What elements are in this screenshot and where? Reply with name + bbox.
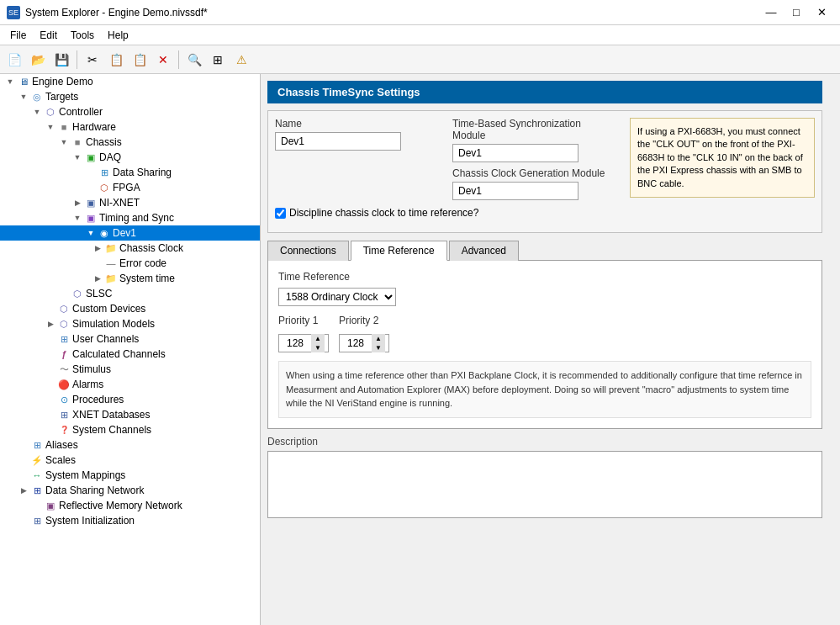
window-controls: — □ ✕ (759, 3, 833, 22)
icon-targets: ◎ (30, 90, 44, 103)
icon-timing-sync: ▣ (84, 211, 98, 225)
tree-node-targets[interactable]: ▼ ◎ Targets (0, 89, 260, 104)
expand-engine-demo[interactable]: ▼ (3, 75, 17, 88)
expand-ni-xnet[interactable]: ▶ (71, 196, 84, 209)
expand-sim-models[interactable]: ▶ (44, 317, 57, 331)
tree-node-system-time[interactable]: ▶ 📁 System time (0, 271, 260, 286)
tree-node-hardware[interactable]: ▼ ■ Hardware (0, 119, 260, 135)
tab-advanced[interactable]: Advanced (449, 241, 519, 261)
name-input[interactable] (275, 132, 401, 151)
right-panel: Chassis TimeSync Settings Name T (261, 74, 840, 625)
icon-data-sharing: ⊞ (98, 166, 111, 179)
tree-node-ni-xnet[interactable]: ▶ ▣ NI-XNET (0, 195, 260, 210)
tree-node-dsn[interactable]: ▶ ⊞ Data Sharing Network (0, 483, 260, 498)
top-form-area: Name Time-Based Synchronization Module C… (267, 110, 822, 233)
warning-text: When using a time reference other than P… (278, 361, 811, 418)
tree-node-sim-models[interactable]: ▶ ⬡ Simulation Models (0, 316, 260, 331)
expand-controller[interactable]: ▼ (30, 105, 44, 119)
expand-chassis-clock[interactable]: ▶ (91, 241, 104, 255)
discipline-checkbox[interactable] (275, 208, 286, 219)
tree-node-dev1[interactable]: ▼ ◉ Dev1 (0, 225, 260, 241)
chassis-clock-input[interactable] (452, 182, 578, 200)
maximize-button[interactable]: □ (785, 3, 808, 22)
tab-time-reference[interactable]: Time Reference (351, 241, 447, 261)
label-calc-channels: Calculated Channels (72, 348, 166, 360)
tree-node-slsc[interactable]: ▶ ⬡ SLSC (0, 286, 260, 301)
tree-node-error-code[interactable]: — — Error code (0, 256, 260, 271)
paste-button[interactable]: 📋 (129, 49, 151, 71)
tree-node-procedures[interactable]: ▶ ⊙ Procedures (0, 392, 260, 407)
tree-node-data-sharing[interactable]: ▶ ⊞ Data Sharing (0, 165, 260, 180)
menu-edit[interactable]: Edit (33, 28, 64, 43)
tree-node-alarms[interactable]: ▶ 🔴 Alarms (0, 377, 260, 392)
expand-timing-sync[interactable]: ▼ (71, 211, 84, 225)
description-textarea[interactable] (267, 451, 822, 518)
icon-xnet-db: ⊞ (57, 408, 71, 421)
expand-system-time[interactable]: ▶ (91, 272, 104, 285)
expand-dev1[interactable]: ▼ (84, 226, 98, 240)
priority1-input[interactable] (279, 336, 311, 351)
icon-sys-init: ⊞ (30, 514, 44, 527)
time-sync-input[interactable] (452, 144, 578, 162)
menu-help[interactable]: Help (101, 28, 135, 43)
label-engine-demo: Engine Demo (32, 76, 93, 87)
menu-file[interactable]: File (3, 28, 33, 43)
tree-node-xnet-db[interactable]: ▶ ⊞ XNET Databases (0, 407, 260, 422)
tree-node-sys-init[interactable]: ▶ ⊞ System Initialization (0, 513, 260, 528)
mid-form-col: Time-Based Synchronization Module Chassi… (452, 118, 616, 200)
priority2-spinner: ▲ ▼ (339, 334, 389, 352)
icon-stimulus: 〜 (57, 363, 71, 376)
delete-button[interactable]: ✕ (152, 49, 174, 71)
tree-node-chassis[interactable]: ▼ ■ Chassis (0, 135, 260, 150)
expand-hardware[interactable]: ▼ (44, 120, 57, 134)
tree-node-controller[interactable]: ▼ ⬡ Controller (0, 104, 260, 119)
grid-button[interactable]: ⊞ (207, 49, 229, 71)
tree-node-custom-devices[interactable]: ▶ ⬡ Custom Devices (0, 301, 260, 316)
tree-node-stimulus[interactable]: ▶ 〜 Stimulus (0, 362, 260, 377)
expand-daq[interactable]: ▼ (71, 151, 84, 164)
priority2-up[interactable]: ▲ (372, 334, 385, 343)
warn-button[interactable]: ⚠ (230, 49, 252, 71)
find-button[interactable]: 🔍 (183, 49, 205, 71)
tree-node-user-channels[interactable]: ▶ ⊞ User Channels (0, 331, 260, 347)
info-text: If using a PXI-6683H, you must connect t… (637, 126, 803, 188)
minimize-button[interactable]: — (759, 3, 783, 22)
priority2-down[interactable]: ▼ (372, 343, 385, 352)
menu-tools[interactable]: Tools (64, 28, 101, 43)
app-icon: SE (7, 6, 20, 19)
name-group: Name (275, 118, 439, 151)
tree-node-scales[interactable]: ▶ ⚡ Scales (0, 453, 260, 468)
expand-targets[interactable]: ▼ (17, 90, 30, 103)
tab-connections[interactable]: Connections (267, 241, 349, 261)
time-ref-select[interactable]: 1588 Ordinary Clock (278, 288, 396, 306)
new-button[interactable]: 📄 (3, 49, 25, 71)
expand-dsn[interactable]: ▶ (17, 484, 30, 497)
icon-aliases: ⊞ (30, 438, 44, 452)
tree-node-chassis-clock[interactable]: ▶ 📁 Chassis Clock (0, 241, 260, 256)
label-timing-sync: Timing and Sync (99, 212, 174, 224)
priority1-up[interactable]: ▲ (311, 334, 325, 343)
tree-node-daq[interactable]: ▼ ▣ DAQ (0, 150, 260, 165)
cut-button[interactable]: ✂ (82, 49, 103, 71)
tree-panel: ▼ 🖥 Engine Demo ▼ ◎ Targets ▼ ⬡ Controll… (0, 74, 261, 625)
priority1-down[interactable]: ▼ (311, 343, 325, 352)
open-button[interactable]: 📂 (27, 49, 49, 71)
save-button[interactable]: 💾 (50, 49, 72, 71)
tree-node-calc-channels[interactable]: ▶ ƒ Calculated Channels (0, 347, 260, 362)
copy-button[interactable]: 📋 (105, 49, 127, 71)
tree-node-sys-channels[interactable]: ▶ ❓ System Channels (0, 422, 260, 437)
time-ref-dropdown-row: 1588 Ordinary Clock (278, 288, 811, 306)
tree-node-engine-demo[interactable]: ▼ 🖥 Engine Demo (0, 74, 260, 89)
priority2-input[interactable] (340, 336, 372, 351)
tree-node-timing-sync[interactable]: ▼ ▣ Timing and Sync (0, 210, 260, 225)
name-label: Name (275, 118, 439, 130)
tree-node-rmn[interactable]: ▶ ▣ Reflective Memory Network (0, 498, 260, 513)
tree-node-fpga[interactable]: ▶ ⬡ FPGA (0, 180, 260, 195)
tree-node-aliases[interactable]: ▶ ⊞ Aliases (0, 437, 260, 453)
expand-chassis[interactable]: ▼ (57, 135, 71, 149)
label-alarms: Alarms (72, 379, 103, 390)
tree-node-sys-mappings[interactable]: ▶ ↔ System Mappings (0, 468, 260, 483)
close-button[interactable]: ✕ (810, 3, 833, 22)
discipline-label[interactable]: Discipline chassis clock to time referen… (289, 207, 478, 219)
icon-system-time: 📁 (104, 272, 118, 285)
